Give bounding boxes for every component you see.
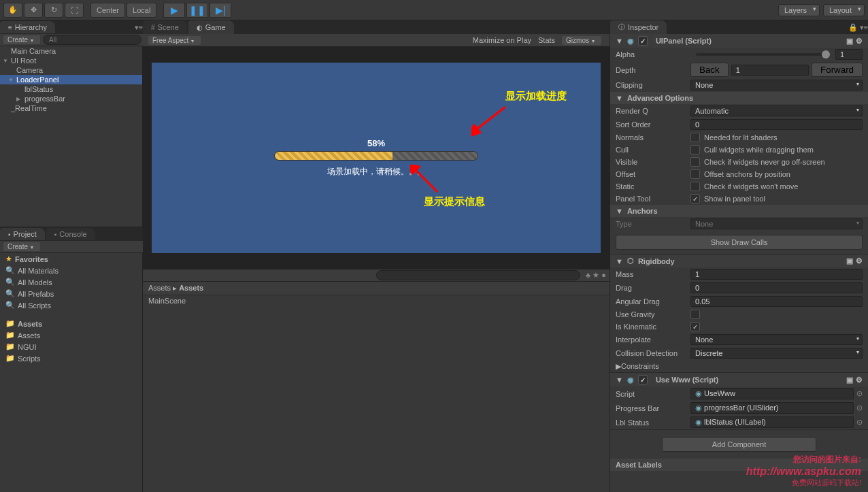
static-checkbox[interactable] bbox=[690, 182, 700, 191]
visible-hint: Check if widgets never go off-screen bbox=[704, 158, 825, 166]
pivot-center[interactable]: Center bbox=[90, 3, 125, 18]
constraints-toggle[interactable]: ▶ Constraints bbox=[610, 360, 868, 372]
component-enabled[interactable] bbox=[638, 375, 648, 384]
move-tool[interactable]: ✥ bbox=[24, 3, 43, 18]
kinematic-checkbox[interactable] bbox=[690, 322, 700, 331]
collision-dropdown[interactable]: Discrete bbox=[690, 348, 863, 359]
hierarchy-create[interactable]: Create bbox=[3, 35, 40, 44]
alpha-value[interactable]: 1 bbox=[835, 49, 863, 60]
gear-icon[interactable] bbox=[856, 37, 863, 46]
drag-input[interactable]: 0 bbox=[690, 282, 863, 293]
angular-label: Angular Drag bbox=[616, 297, 690, 306]
main-toolbar: ✋ ✥ ↻ ⛶ Center Local ▶ ❚❚ ▶| Layers Layo… bbox=[0, 0, 868, 20]
tree-item[interactable]: lblStatus bbox=[0, 84, 142, 94]
gear-icon[interactable] bbox=[856, 257, 863, 265]
pivot-local[interactable]: Local bbox=[127, 3, 156, 18]
interpolate-dropdown[interactable]: None bbox=[690, 334, 863, 345]
tree-item[interactable]: ▶progressBar bbox=[0, 94, 142, 103]
game-tab[interactable]: ◐Game bbox=[188, 20, 234, 34]
clipping-dropdown[interactable]: None bbox=[690, 80, 863, 91]
cull-checkbox[interactable] bbox=[690, 145, 700, 154]
stats-toggle[interactable]: Stats bbox=[538, 36, 555, 44]
gear-icon[interactable] bbox=[856, 376, 863, 384]
help-icon[interactable]: ▣ bbox=[846, 376, 853, 384]
tree-item[interactable]: Camera bbox=[0, 65, 142, 75]
static-hint: Check if widgets won't move bbox=[704, 182, 798, 191]
tree-item[interactable]: Main Camera bbox=[0, 46, 142, 56]
add-component-button[interactable]: Add Component bbox=[662, 437, 816, 452]
asset-item[interactable]: MainScene bbox=[143, 295, 610, 306]
hierarchy-tab[interactable]: ≡Hierarchy bbox=[0, 21, 55, 33]
gravity-checkbox[interactable] bbox=[690, 310, 700, 319]
script-label: Script bbox=[616, 390, 690, 398]
folder-item[interactable]: 📁Scripts bbox=[0, 352, 142, 364]
project-tab[interactable]: ▪Project bbox=[0, 228, 45, 240]
lblstatus-field[interactable]: ◉ lblStatus (UILabel) bbox=[690, 416, 854, 428]
tree-item[interactable]: ▼UI Root bbox=[0, 56, 142, 65]
favorites-header[interactable]: ★Favorites bbox=[0, 253, 142, 265]
console-tab[interactable]: ▪Console bbox=[46, 228, 95, 240]
inspector-lock[interactable]: 🔒 ▾≡ bbox=[848, 23, 868, 32]
depth-value[interactable]: 1 bbox=[731, 65, 809, 76]
rigidbody-header[interactable]: ▼⬡Rigidbody▣ bbox=[610, 255, 868, 267]
type-dropdown[interactable]: None bbox=[690, 218, 863, 229]
play-button[interactable]: ▶ bbox=[163, 3, 185, 18]
renderq-dropdown[interactable]: Automatic bbox=[690, 105, 863, 116]
project-search[interactable] bbox=[376, 270, 580, 280]
scale-tool[interactable]: ⛶ bbox=[65, 3, 84, 18]
advanced-header[interactable]: ▼Advanced Options bbox=[610, 92, 868, 104]
assets-root[interactable]: 📁Assets bbox=[0, 318, 142, 329]
normals-hint: Needed for lit shaders bbox=[704, 133, 778, 142]
svg-line-1 bbox=[414, 168, 437, 192]
sortorder-input[interactable]: 0 bbox=[690, 119, 863, 130]
fav-item[interactable]: 🔍All Models bbox=[0, 276, 142, 288]
help-icon[interactable]: ▣ bbox=[846, 37, 853, 46]
hierarchy-options[interactable]: ▾≡ bbox=[135, 23, 143, 32]
rotate-tool[interactable]: ↻ bbox=[44, 3, 63, 18]
paneltool-checkbox[interactable] bbox=[690, 194, 700, 203]
uipanel-header[interactable]: ▼◉ UIPanel (Script) ▣ bbox=[610, 34, 868, 48]
alpha-slider[interactable] bbox=[696, 53, 830, 56]
gizmos-dropdown[interactable]: Gizmos bbox=[562, 36, 601, 45]
anchors-header[interactable]: ▼Anchors bbox=[610, 205, 868, 217]
folder-item[interactable]: 📁Assets bbox=[0, 329, 142, 341]
breadcrumb[interactable]: Assets ▸ Assets bbox=[143, 282, 610, 295]
maximize-toggle[interactable]: Maximize on Play bbox=[473, 36, 531, 44]
tree-item-selected[interactable]: ▼LoaderPanel bbox=[0, 75, 142, 84]
depth-forward[interactable]: Forward bbox=[812, 63, 863, 77]
help-icon[interactable]: ▣ bbox=[846, 257, 853, 265]
tree-item[interactable]: _RealTime bbox=[0, 103, 142, 113]
normals-checkbox[interactable] bbox=[690, 133, 700, 142]
arrow-icon bbox=[471, 103, 512, 137]
angular-input[interactable]: 0.05 bbox=[690, 296, 863, 307]
drag-label: Drag bbox=[616, 284, 690, 292]
project-create[interactable]: Create bbox=[3, 242, 40, 251]
layout-dropdown[interactable]: Layout bbox=[823, 4, 865, 16]
show-drawcalls-button[interactable]: Show Draw Calls bbox=[616, 235, 863, 250]
hierarchy-search[interactable] bbox=[43, 35, 141, 45]
status-label: 场景加载中，请稍候。。。 bbox=[274, 166, 478, 178]
pause-button[interactable]: ❚❚ bbox=[186, 3, 208, 18]
scene-tab[interactable]: #Scene bbox=[143, 20, 187, 34]
fav-item[interactable]: 🔍All Prefabs bbox=[0, 288, 142, 299]
component-enabled[interactable] bbox=[638, 36, 648, 46]
usewww-header[interactable]: ▼◉Use Www (Script)▣ bbox=[610, 373, 868, 387]
fav-item[interactable]: 🔍All Scripts bbox=[0, 299, 142, 311]
hand-tool[interactable]: ✋ bbox=[3, 3, 22, 18]
script-field[interactable]: ◉ UseWww bbox=[690, 388, 854, 399]
fav-item[interactable]: 🔍All Materials bbox=[0, 265, 142, 276]
game-viewport: 显示加载进度 58% 场景加载中，请稍候。。。 显示提示信息 bbox=[143, 46, 610, 269]
layers-dropdown[interactable]: Layers bbox=[778, 4, 820, 16]
depth-back[interactable]: Back bbox=[690, 63, 729, 77]
step-button[interactable]: ▶| bbox=[210, 3, 231, 18]
annotation-status: 显示提示信息 bbox=[424, 195, 485, 208]
arrow-icon bbox=[410, 165, 444, 199]
progressbar-field[interactable]: ◉ progressBar (UISlider) bbox=[690, 402, 854, 414]
visible-label: Visible bbox=[616, 158, 690, 166]
folder-item[interactable]: 📁NGUI bbox=[0, 341, 142, 352]
visible-checkbox[interactable] bbox=[690, 157, 700, 167]
mass-input[interactable]: 1 bbox=[690, 269, 863, 280]
offset-checkbox[interactable] bbox=[690, 169, 700, 179]
aspect-dropdown[interactable]: Free Aspect bbox=[148, 36, 201, 45]
inspector-tab[interactable]: ⓘInspector bbox=[610, 20, 667, 34]
